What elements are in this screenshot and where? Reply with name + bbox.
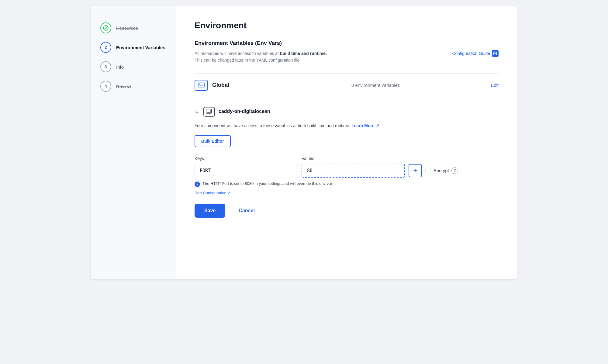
component-name: caddy-on-digitalocean bbox=[219, 108, 270, 115]
values-label: Values bbox=[302, 156, 314, 161]
component-desc: Your component will have access to these… bbox=[195, 123, 499, 129]
sidebar-item-label-env-vars: Environment Variables bbox=[116, 45, 165, 50]
description-line1-prefix: All resources will have access to variab… bbox=[195, 51, 280, 56]
key-input[interactable] bbox=[195, 164, 298, 177]
step-number-review: 4 bbox=[105, 84, 107, 89]
component-icon bbox=[203, 107, 215, 117]
value-input-wrap bbox=[302, 164, 405, 178]
help-icon[interactable]: ? bbox=[451, 167, 458, 174]
encrypt-label: Encrypt bbox=[434, 168, 449, 173]
global-icon-wrap bbox=[195, 80, 208, 91]
step-circle-info: 3 bbox=[100, 61, 111, 72]
description-line2: This can be changed later in the YAML co… bbox=[195, 58, 301, 63]
global-icon bbox=[198, 83, 205, 88]
step-circle-review: 4 bbox=[100, 81, 111, 92]
section-title: Environment Variables (Env Vars) bbox=[195, 40, 499, 46]
info-message: i The HTTP Port is set to 8080 in your s… bbox=[195, 181, 499, 187]
encrypt-checkbox[interactable] bbox=[426, 168, 431, 173]
sidebar-item-resources[interactable]: Resources bbox=[97, 18, 170, 38]
component-header: ↳ caddy-on-digitalocean bbox=[195, 107, 499, 117]
plus-icon: + bbox=[413, 167, 417, 175]
config-guide-icon bbox=[492, 50, 499, 57]
sidebar-item-label-review: Review bbox=[116, 84, 131, 89]
global-label: Global bbox=[212, 82, 351, 88]
checkmark-icon bbox=[103, 25, 109, 31]
step-number-env-vars: 2 bbox=[105, 45, 107, 50]
svg-rect-8 bbox=[207, 110, 211, 112]
step-circle-env-vars: 2 bbox=[100, 42, 111, 53]
page-title: Environment bbox=[195, 21, 499, 30]
config-guide-label: Configuration Guide bbox=[452, 51, 490, 56]
sidebar: Resources 2 Environment Variables 3 Info… bbox=[91, 6, 176, 279]
info-message-text: The HTTP Port is set to 8080 in your set… bbox=[202, 181, 332, 186]
sidebar-item-review[interactable]: 4 Review bbox=[97, 77, 170, 96]
sidebar-item-info[interactable]: 3 Info bbox=[97, 57, 170, 77]
component-desc-prefix: Your component will have access to these… bbox=[195, 123, 351, 128]
add-variable-button[interactable]: + bbox=[409, 164, 422, 177]
value-input[interactable] bbox=[302, 164, 405, 178]
encrypt-row: Encrypt ? bbox=[426, 167, 458, 174]
learn-more-link[interactable]: Learn More ↗ bbox=[351, 123, 379, 128]
description-bold: build time and runtime. bbox=[280, 51, 327, 56]
save-button[interactable]: Save bbox=[195, 204, 225, 218]
edit-link[interactable]: Edit bbox=[491, 83, 499, 88]
fields-row: + Encrypt ? bbox=[195, 164, 499, 178]
step-circle-resources bbox=[100, 22, 111, 33]
component-arrow: ↳ bbox=[195, 108, 199, 115]
config-guide-link[interactable]: Configuration Guide bbox=[452, 50, 499, 57]
cancel-button[interactable]: Cancel bbox=[231, 204, 262, 218]
port-config-link[interactable]: Port Configuration ↗ bbox=[195, 191, 231, 195]
key-input-wrap bbox=[195, 164, 298, 177]
fields-labels: Keys Values bbox=[195, 156, 499, 161]
env-count: 0 environment variables bbox=[351, 83, 491, 88]
sidebar-item-env-vars[interactable]: 2 Environment Variables bbox=[97, 38, 170, 57]
description-row: All resources will have access to variab… bbox=[195, 50, 499, 64]
sidebar-item-label-resources: Resources bbox=[116, 26, 138, 31]
step-number-info: 3 bbox=[105, 64, 107, 69]
svg-rect-5 bbox=[198, 83, 204, 87]
actions-row: Save Cancel bbox=[195, 204, 499, 218]
service-icon bbox=[206, 108, 213, 115]
description-text: All resources will have access to variab… bbox=[195, 50, 327, 64]
bulk-editor-button[interactable]: Bulk Editor bbox=[195, 135, 231, 147]
global-row: Global 0 environment variables Edit bbox=[195, 73, 499, 97]
svg-point-0 bbox=[103, 26, 108, 30]
svg-point-6 bbox=[199, 83, 200, 84]
keys-label: Keys bbox=[195, 156, 204, 161]
main-content: Environment Environment Variables (Env V… bbox=[176, 6, 517, 279]
sidebar-item-label-info: Info bbox=[116, 64, 124, 70]
info-icon: i bbox=[195, 182, 200, 187]
